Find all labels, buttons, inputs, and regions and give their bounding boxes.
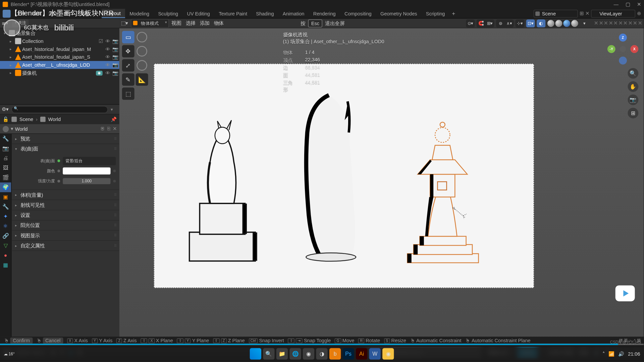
snap-button[interactable]: 🧲: [477, 19, 485, 27]
editor-type-icon[interactable]: ⚙▾: [2, 107, 9, 112]
ptab-world[interactable]: 🌍: [0, 182, 11, 192]
shading-wireframe[interactable]: [547, 20, 554, 27]
taskbar-ai[interactable]: Ai: [356, 348, 367, 360]
tab-uv[interactable]: UV Editing: [182, 9, 214, 18]
axis-nz-icon[interactable]: [619, 57, 627, 65]
taskbar-explorer[interactable]: 📁: [276, 348, 288, 360]
overlay-button[interactable]: ⊡▾: [526, 19, 535, 27]
taskbar-edge[interactable]: 🌐: [289, 348, 301, 360]
taskbar-word[interactable]: W: [369, 348, 381, 360]
add-workspace-button[interactable]: +: [449, 9, 458, 18]
ptab-modifier[interactable]: 🔧: [0, 202, 11, 212]
taskbar-chrome[interactable]: ◉: [303, 348, 314, 360]
viewlayer-new-icon[interactable]: ⊕: [637, 11, 641, 16]
transform-tool[interactable]: [137, 60, 147, 71]
lock-icon[interactable]: 🔓: [3, 116, 9, 122]
panel-custom[interactable]: ▸自定义属性⠿: [11, 241, 119, 250]
proportional-button[interactable]: ⊚: [496, 19, 505, 27]
measure-tool[interactable]: 📐: [136, 73, 148, 86]
rotate-tool[interactable]: [137, 46, 147, 57]
tray-volume-icon[interactable]: 🔊: [618, 351, 624, 357]
perspective-button[interactable]: ⊞: [628, 108, 639, 119]
panel-preview[interactable]: ▸预览⠿: [11, 134, 119, 143]
ptab-data[interactable]: ▽: [0, 241, 11, 250]
cancel-button[interactable]: Cancel: [43, 338, 63, 344]
blender-icon[interactable]: [3, 9, 11, 17]
start-button[interactable]: [250, 348, 261, 360]
shading-material[interactable]: [563, 20, 570, 27]
snap-type[interactable]: ⊞▾: [485, 19, 494, 27]
vp-menu-select[interactable]: 选择: [186, 20, 196, 26]
annotate-tool[interactable]: ✎: [122, 73, 135, 86]
zoom-button[interactable]: 🔍: [628, 68, 639, 79]
unlink-icon[interactable]: ✕: [113, 126, 117, 132]
taskbar-blender[interactable]: b: [329, 348, 341, 360]
proportional-type[interactable]: ∧▾: [505, 19, 514, 27]
minimize-button[interactable]: —: [613, 2, 618, 7]
outliner-row[interactable]: ▸ Collection ☑👁📷: [0, 37, 119, 45]
browse-icon[interactable]: ▾: [11, 126, 13, 132]
pan-button[interactable]: ✋: [628, 81, 639, 92]
scene-close-icon[interactable]: ✕: [585, 11, 589, 16]
properties-search[interactable]: [11, 106, 108, 113]
scene-field[interactable]: Scene: [534, 9, 578, 17]
mode-select[interactable]: 物体模式: [131, 19, 169, 27]
confirm-button[interactable]: Confirm: [10, 338, 33, 344]
strength-field[interactable]: 1.000: [63, 178, 110, 184]
vp-menu-view[interactable]: 视图: [171, 20, 181, 26]
move-tool[interactable]: ✥: [122, 45, 135, 57]
panel-surface[interactable]: ▾表(曲)面⠿: [11, 144, 119, 154]
tab-modeling[interactable]: Modeling: [125, 9, 154, 18]
vp-menu-object[interactable]: 物体: [214, 20, 224, 26]
pivot-button[interactable]: ⊙▾: [466, 19, 475, 27]
tray-up-icon[interactable]: ˄: [602, 351, 605, 357]
taskbar-ps[interactable]: Ps: [342, 348, 354, 360]
bilibili-play-icon[interactable]: [615, 285, 635, 301]
gizmo-button[interactable]: ⊹▾: [516, 19, 524, 27]
taskbar-app[interactable]: ◑: [316, 348, 327, 360]
copy-icon[interactable]: ⎘: [107, 126, 110, 132]
viewlayer-field[interactable]: ViewLayer: [591, 9, 635, 17]
panel-viewport-display[interactable]: ▸视图显示⠿: [11, 231, 119, 240]
surface-type-select[interactable]: 背景/后台: [63, 157, 116, 165]
shield-icon[interactable]: ⛨: [100, 126, 105, 132]
add-tool[interactable]: ⬚: [122, 87, 135, 100]
axis-x-icon[interactable]: X: [630, 45, 638, 53]
cursor-tool[interactable]: [137, 32, 147, 43]
shading-solid[interactable]: [555, 20, 562, 27]
camera-view-button[interactable]: 📷: [628, 95, 639, 105]
ptab-object[interactable]: ▣: [0, 192, 11, 202]
ptab-particles[interactable]: ✦: [0, 212, 11, 221]
tray-time[interactable]: 21:06: [628, 351, 640, 357]
outliner-row[interactable]: ▸ Aset_historical_feudal_japan_M 👁📷: [0, 45, 119, 53]
pin-icon[interactable]: 📌: [111, 116, 117, 122]
panel-settings[interactable]: ▸设置⠿: [11, 210, 119, 220]
vp-menu-add[interactable]: 添加: [200, 20, 210, 26]
select-tool[interactable]: ▭: [122, 31, 135, 43]
scene-browse-icon[interactable]: ⊞: [580, 11, 584, 16]
ptab-viewlayer[interactable]: 🖼: [0, 163, 11, 173]
ptab-tool[interactable]: 🔧: [0, 134, 11, 143]
ptab-texture[interactable]: ▦: [0, 260, 11, 270]
ptab-output[interactable]: 🖨: [0, 153, 11, 163]
world-color-swatch[interactable]: [63, 168, 110, 175]
panel-sun[interactable]: ▸阳光位置⠿: [11, 221, 119, 230]
progress-bar[interactable]: [0, 344, 644, 345]
tab-rendering[interactable]: Rendering: [309, 9, 340, 18]
xray-button[interactable]: ◐: [537, 19, 545, 27]
taskbar-search[interactable]: 🔍: [263, 348, 274, 360]
world-datablock[interactable]: ▾ World ⛨⎘✕: [0, 124, 119, 134]
tab-animation[interactable]: Animation: [278, 9, 309, 18]
tab-compositing[interactable]: Compositing: [340, 9, 376, 18]
outliner-row-selected[interactable]: ▸ Aset_other__L_ufnscjdga_LOD 👁📷: [0, 61, 119, 69]
ptab-scene[interactable]: 🎬: [0, 173, 11, 182]
ptab-constraint[interactable]: 🔗: [0, 231, 11, 241]
tab-scripting[interactable]: Scripting: [422, 9, 449, 18]
taskbar-app2[interactable]: ◉: [382, 348, 394, 360]
taskbar-weather[interactable]: ☁ 16°: [4, 352, 15, 356]
scale-tool[interactable]: ⤢: [122, 59, 135, 72]
tab-texture[interactable]: Texture Paint: [214, 9, 252, 18]
panel-visibility[interactable]: ▸射线可见性⠿: [11, 200, 119, 210]
axis-z-icon[interactable]: Z: [619, 34, 627, 42]
tab-geonodes[interactable]: Geometry Nodes: [376, 9, 422, 18]
